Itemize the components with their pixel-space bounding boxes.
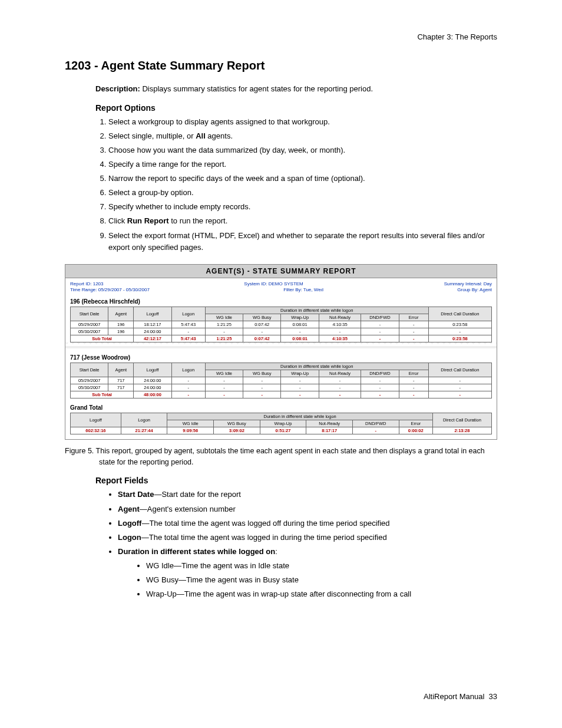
cell: -	[399, 391, 428, 398]
cell: -	[281, 328, 319, 335]
meta-row-2: Time Range: 05/29/2007 - 05/30/2007 Filt…	[70, 287, 492, 292]
col-logon: Logon	[171, 363, 205, 377]
subtotal-row: Sub Total48:00:00--------	[71, 391, 492, 398]
cell: 4:10:35	[319, 335, 361, 342]
option-6: Select a group-by option.	[108, 187, 497, 199]
option-7: Specify whether to include empty records…	[108, 201, 497, 213]
cell: -	[171, 328, 205, 335]
field-desc: :	[275, 547, 277, 556]
col-idle: WG Idle	[205, 314, 243, 321]
col-err: Error	[399, 420, 432, 427]
col-agent: Agent	[108, 363, 134, 377]
cell: -	[428, 384, 491, 391]
body: Description: Displays summary statistics…	[95, 83, 497, 253]
meta-left: Time Range: 05/29/2007 - 05/30/2007	[70, 287, 150, 292]
subfield-wrapup: Wrap-Up—Time the agent was in wrap-up st…	[146, 588, 497, 600]
col-dnd: DND/FWD	[361, 370, 399, 377]
page-footer: AltiReport Manual 33	[424, 692, 497, 701]
cell: -	[361, 391, 399, 398]
col-nr: Not-Ready	[319, 314, 361, 321]
col-start: Start Date	[71, 363, 108, 377]
text: Select single, multiple, or	[108, 131, 196, 140]
col-wrap: Wrap-Up	[281, 370, 319, 377]
cell: 1:21:25	[205, 335, 243, 342]
meta-left: Report ID: 1203	[70, 281, 103, 286]
cell: 196	[108, 321, 134, 328]
description: Description: Displays summary statistics…	[95, 83, 497, 95]
col-logoff: Logoff	[71, 413, 121, 427]
col-err: Error	[399, 370, 428, 377]
header-row: Start Date Agent Logoff Logon Duration i…	[71, 363, 492, 370]
col-nr: Not-Ready	[306, 420, 353, 427]
figure-text: This report, grouped by agent, subtotals…	[96, 447, 485, 466]
fields-list: Start Date—Start date for the report Age…	[95, 489, 497, 600]
cell: -	[399, 335, 428, 342]
report-title: AGENT(S) - STATE SUMMARY REPORT	[65, 265, 497, 278]
meta-right: Group By: Agent	[457, 287, 492, 292]
grand-total-table: Logoff Logon Duration in different state…	[70, 413, 492, 434]
cell: 24:00:00	[134, 377, 171, 384]
cell: -	[428, 391, 491, 398]
field-desc: —The total time the agent was logged off…	[141, 519, 389, 528]
cell: -	[281, 377, 319, 384]
cell: -	[361, 328, 399, 335]
cell: -	[281, 391, 319, 398]
cell: -	[243, 377, 281, 384]
col-wrap: Wrap-Up	[260, 420, 306, 427]
figure-caption: Figure 5. This report, grouped by agent,…	[65, 446, 497, 468]
cell: 05/30/2007	[71, 328, 108, 335]
meta-mid: System ID: DEMO SYSTEM	[244, 281, 303, 286]
cell: 3:09:02	[214, 427, 260, 434]
agent-2-name: 717 (Jesse Woodrow)	[70, 354, 492, 361]
fields-section: Report Fields Start Date—Start date for …	[95, 476, 497, 600]
field-name: Logon	[118, 533, 141, 542]
meta-right: Summary Interval: Day	[444, 281, 492, 286]
col-busy: WG Busy	[243, 370, 281, 377]
cell: -	[243, 328, 281, 335]
subfields-list: WG Idle—Time the agent was in Idle state…	[118, 560, 497, 600]
field-desc: —Start date for the report	[154, 490, 240, 499]
cell: 1:21:25	[205, 321, 243, 328]
cell: -	[171, 384, 205, 391]
cell: -	[171, 391, 205, 398]
cell: -	[399, 377, 428, 384]
cell: 0:00:02	[399, 427, 432, 434]
cell: 05/29/2007	[71, 321, 108, 328]
subfield-idle: WG Idle—Time the agent was in Idle state	[146, 560, 497, 572]
col-busy: WG Busy	[243, 314, 281, 321]
report-fields-head: Report Fields	[95, 476, 497, 485]
cell: Sub Total	[71, 335, 134, 342]
header-row: Start Date Agent Logoff Logon Duration i…	[71, 307, 492, 314]
cell: -	[205, 391, 243, 398]
grand-row: 602:32:1621:27:449:09:563:09:020:51:278:…	[71, 427, 492, 434]
cell: -	[319, 377, 361, 384]
cell: 0:23:58	[428, 321, 491, 328]
description-text: Displays summary statistics for agent st…	[140, 84, 373, 93]
field-logon: Logon—The total time the agent was logge…	[118, 532, 497, 543]
table-row: 05/30/200771724:00:00--------	[71, 384, 492, 391]
section-heading: 1203 - Agent State Summary Report	[65, 59, 497, 73]
text: Click	[108, 216, 127, 225]
options-list: Select a workgroup to display agents ass…	[95, 116, 497, 253]
bold-text: Run Report	[127, 216, 169, 225]
cell: 48:00:00	[134, 391, 171, 398]
chapter-header: Chapter 3: The Reports	[65, 32, 497, 41]
cell: 4:10:35	[319, 321, 361, 328]
col-span: Duration in different state while logon	[205, 363, 428, 370]
option-4: Specify a time range for the report.	[108, 159, 497, 170]
report-options-head: Report Options	[95, 103, 497, 113]
field-name: Logoff	[118, 519, 141, 528]
meta-mid: Filter By: Tue, Wed	[283, 287, 323, 292]
cell: -	[243, 384, 281, 391]
cell: -	[243, 391, 281, 398]
col-dnd: DND/FWD	[353, 420, 399, 427]
cell: -	[361, 321, 399, 328]
col-idle: WG Idle	[205, 370, 243, 377]
field-desc: —Agent's extension number	[140, 505, 236, 513]
col-busy: WG Busy	[214, 420, 260, 427]
cell: -	[319, 384, 361, 391]
cell: 0:08:01	[281, 321, 319, 328]
cell: 0:51:27	[260, 427, 306, 434]
report-body: Report ID: 1203 System ID: DEMO SYSTEM S…	[65, 278, 497, 439]
table-row: 05/29/200719618:12:175:47:431:21:250:07:…	[71, 321, 492, 328]
